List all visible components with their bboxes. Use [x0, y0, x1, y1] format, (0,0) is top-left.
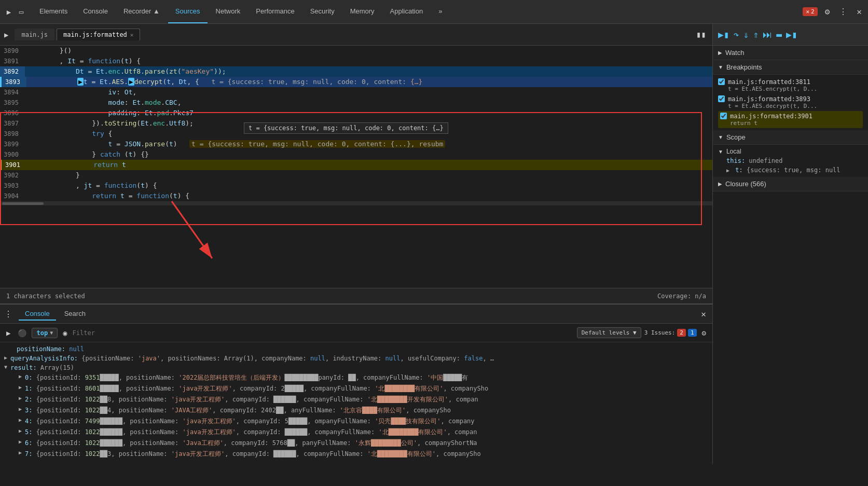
code-line-3893: 3893 ▶t = Et.AES.▶decrypt(t, Dt, { t = {… — [0, 77, 712, 87]
tab-memory[interactable]: Memory — [343, 0, 382, 23]
tab-sources[interactable]: Sources — [168, 0, 208, 23]
scope-content: ▼ Local this: undefined ▶ t: {success: t… — [713, 145, 868, 177]
step-into-icon[interactable]: ⇓ — [742, 28, 750, 41]
console-tab-console[interactable]: Console — [19, 308, 56, 321]
scope-label: Scope — [726, 133, 746, 141]
context-selector[interactable]: top ▼ — [32, 328, 58, 338]
run-icon[interactable]: ▶ — [4, 328, 12, 338]
console-close-icon[interactable]: ✕ — [699, 308, 708, 320]
console-line-result-6: ▶ 6: {positionId: 1022██████, positionNa… — [4, 438, 708, 449]
tab-more[interactable]: » — [431, 0, 449, 23]
result-text: result: Array(15) — [10, 364, 74, 371]
console-line-result-2: ▶ 2: {positionId: 1022██8, positionName:… — [4, 394, 708, 405]
tab-recorder[interactable]: Recorder ▲ — [116, 0, 167, 23]
tab-elements[interactable]: Elements — [32, 0, 75, 23]
debug-toolbar: ▶▮ ↷ ⇓ ⇑ ⏭ ▬ ▶▮ — [713, 24, 868, 46]
eye-icon[interactable]: ◉ — [61, 328, 69, 338]
code-line-3899: 3899 t = JSON.parse(t) t = {success: tru… — [0, 139, 712, 149]
settings-icon[interactable]: ⚙ — [823, 6, 832, 18]
step-icon[interactable]: ⏭ — [762, 28, 773, 41]
console-line-result: ▼ result: Array(15) — [4, 363, 708, 372]
pause-icon[interactable]: ▮▮ — [694, 29, 708, 40]
code-line-3891: 3891 , It = function(t) { — [0, 56, 712, 66]
result-1-text: 1: {positionId: 8601█████, positionName:… — [25, 384, 488, 393]
error-count: 2 — [811, 8, 815, 15]
result-5-text: 5: {positionId: 1022██████, positionName… — [25, 428, 477, 437]
console-toolbar: ▶ ⚫ top ▼ ◉ Default levels ▼ 3 Issues: 2… — [0, 324, 712, 342]
code-line-3892: 3892 Dt = Et.enc.Utf8.parse(zt("aesKey")… — [0, 66, 712, 77]
console-output[interactable]: positionName: null ▶ queryAnalysisInfo: … — [0, 342, 712, 464]
breakpoints-chevron-icon: ▼ — [718, 64, 723, 70]
pause-on-exceptions-icon[interactable]: ▶▮ — [785, 28, 798, 41]
expand-0-icon[interactable]: ▶ — [19, 373, 22, 379]
close-icon[interactable]: ✕ — [855, 6, 864, 18]
local-chevron-icon: ▼ — [718, 149, 723, 155]
deactivate-breakpoints-icon[interactable]: ▬ — [775, 28, 783, 41]
block-icon[interactable]: ⚫ — [16, 328, 29, 338]
expand-4-icon[interactable]: ▶ — [19, 417, 22, 423]
expand-2-icon[interactable]: ▶ — [19, 395, 22, 401]
scope-section-header[interactable]: ▼ Scope — [713, 130, 868, 145]
filter-input[interactable] — [73, 329, 574, 337]
expand-7-icon[interactable]: ▶ — [19, 450, 22, 455]
code-line-3902: 3902 } — [0, 170, 712, 180]
scope-t-expand-icon[interactable]: ▶ — [726, 168, 729, 173]
file-tab-label: main.js — [21, 31, 48, 38]
main-content: ▶ main.js main.js:formatted ✕ ▮▮ — [0, 24, 868, 464]
closure-label: Closure (566) — [725, 180, 766, 188]
tab-console[interactable]: Console — [76, 0, 115, 23]
code-editor: 3890 }() 3891 , It = function(t) { 3892 … — [0, 46, 712, 303]
code-line-3903: 3903 , jt = function(t) { — [0, 180, 712, 191]
breakpoint-3901: main.js:formatted:3901 return t — [718, 111, 863, 128]
expand-3-icon[interactable]: ▶ — [19, 406, 22, 412]
scope-chevron-icon: ▼ — [718, 134, 723, 140]
result-3-text: 3: {positionId: 1022██4, positionName: '… — [25, 406, 451, 415]
breakpoints-section-header[interactable]: ▼ Breakpoints — [713, 60, 868, 75]
file-tab-mainjs-formatted[interactable]: main.js:formatted ✕ — [57, 29, 140, 40]
expand-5-icon[interactable]: ▶ — [19, 428, 22, 434]
watch-section-header[interactable]: ▶ Watch — [713, 46, 868, 60]
more-options-icon[interactable]: ⋮ — [837, 6, 849, 18]
tab-security[interactable]: Security — [303, 0, 342, 23]
cursor-icon[interactable]: ▶ — [4, 7, 13, 17]
code-line-3896: 3896 padding: Et.pad.Pkcs7 — [0, 108, 712, 118]
tab-application[interactable]: Application — [383, 0, 431, 23]
tab-performance[interactable]: Performance — [249, 0, 301, 23]
collapse-icon[interactable]: ▼ — [4, 364, 7, 370]
mobile-icon[interactable]: ▭ — [17, 7, 26, 17]
horizontal-scrollbar[interactable] — [0, 201, 712, 205]
scope-t: ▶ t: {success: true, msg: null — [726, 165, 863, 175]
expand-6-icon[interactable]: ▶ — [19, 439, 22, 445]
code-panel-left: ▶ main.js main.js:formatted ✕ ▮▮ — [0, 24, 712, 464]
queryanalysis-text: queryAnalysisInfo: {positionName: 'java'… — [10, 355, 494, 362]
breakpoint-3811-check[interactable] — [718, 78, 725, 85]
code-lines[interactable]: 3890 }() 3891 , It = function(t) { 3892 … — [0, 46, 712, 288]
tooltip-1: t = {success: true, msg: null, code: 0, … — [244, 122, 448, 134]
console-drag-icon[interactable]: ⋮ — [4, 309, 12, 319]
file-panel-icon[interactable]: ▶ — [4, 31, 8, 39]
error-icon: ✕ — [806, 8, 809, 15]
breakpoint-3811-text: main.js:formatted:3811 t = Et.AES.encryp… — [728, 78, 817, 92]
closure-section-header[interactable]: ▶ Closure (566) — [713, 177, 868, 191]
console-tab-right: ✕ — [699, 308, 708, 320]
console-tab-search[interactable]: Search — [58, 308, 92, 321]
status-bar: 1 characters selected Coverage: n/a — [0, 288, 712, 303]
expand-1-icon[interactable]: ▶ — [19, 384, 22, 390]
default-levels-button[interactable]: Default levels ▼ — [577, 327, 641, 338]
expand-icon[interactable]: ▶ — [4, 355, 7, 360]
file-tab-close-icon[interactable]: ✕ — [130, 32, 134, 38]
breakpoint-3893-check[interactable] — [718, 95, 725, 102]
step-out-icon[interactable]: ⇑ — [752, 28, 760, 41]
local-section[interactable]: ▼ Local — [718, 147, 863, 156]
console-line-result-3: ▶ 3: {positionId: 1022██4, positionName:… — [4, 405, 708, 416]
error-badge[interactable]: ✕ 2 — [803, 7, 817, 16]
step-over-icon[interactable]: ↷ — [733, 28, 740, 41]
code-line-3890: 3890 }() — [0, 46, 712, 56]
breakpoint-3901-check[interactable] — [720, 113, 727, 119]
tab-network[interactable]: Network — [209, 0, 248, 23]
context-label: top — [36, 329, 48, 337]
console-line-result-4: ▶ 4: {positionId: 7499██████, positionNa… — [4, 416, 708, 427]
resume-icon[interactable]: ▶▮ — [717, 28, 731, 41]
file-tab-mainjs[interactable]: main.js — [15, 29, 54, 40]
console-settings-icon[interactable]: ⚙ — [700, 328, 708, 338]
